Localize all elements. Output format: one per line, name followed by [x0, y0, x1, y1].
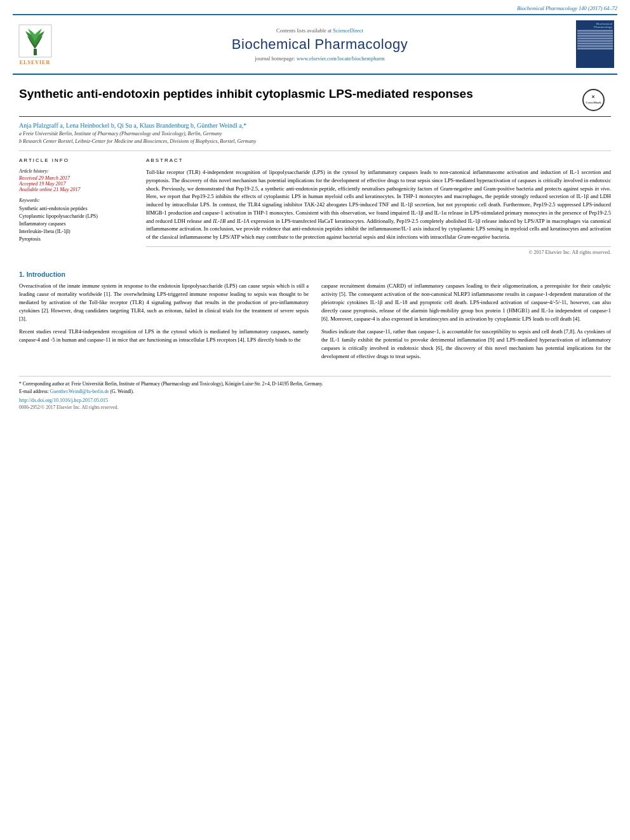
issn-line: 0006-2952/© 2017 Elsevier Inc. All right…: [19, 404, 611, 410]
article-info-column: ARTICLE INFO Article history: Received 2…: [19, 157, 133, 255]
authors-line: Anja Pfalzgraff a, Lena Heinbockel b, Qi…: [19, 122, 611, 129]
journal-homepage: journal homepage: www.elsevier.com/locat…: [64, 55, 576, 62]
affiliation-b: b Research Center Borstel, Leibniz-Cente…: [19, 138, 611, 144]
affiliation-a: a Freie Universität Berlin, Institute of…: [19, 131, 611, 137]
svg-rect-0: [34, 49, 37, 55]
keyword-3: Inflammatory caspases: [19, 220, 133, 228]
authors-section: Anja Pfalzgraff a, Lena Heinbockel b, Qi…: [19, 117, 611, 147]
article-title: Synthetic anti-endotoxin peptides inhibi…: [19, 86, 582, 102]
email-person: (G. Weindl).: [111, 389, 134, 394]
keyword-5: Pyroptosis: [19, 236, 133, 243]
keyword-1: Synthetic anti-endotoxin peptides: [19, 205, 133, 213]
homepage-url[interactable]: www.elsevier.com/locate/biochempharm: [297, 55, 385, 62]
footnote-section: * Corresponding author at: Freie Univers…: [19, 376, 611, 410]
keyword-2: Cytoplasmic lipopolysaccharide (LPS): [19, 213, 133, 220]
intro-section-title: 1. Introduction: [19, 270, 611, 278]
email-address[interactable]: Guenther.Weindl@fu-berlin.de: [50, 389, 109, 394]
sciencedirect-link[interactable]: ScienceDirect: [333, 27, 363, 34]
copyright-line: © 2017 Elsevier Inc. All rights reserved…: [146, 246, 611, 255]
journal-title: Biochemical Pharmacology: [64, 36, 576, 53]
abstract-text: Toll-like receptor (TLR) 4-independent r…: [146, 168, 611, 241]
article-info-header: ARTICLE INFO: [19, 157, 133, 163]
page: Biochemical Pharmacology 140 (2017) 64–7…: [0, 0, 630, 840]
body-para-1: Overactivation of the innate immune syst…: [19, 282, 309, 324]
body-para-2: Recent studies reveal TLR4-independent r…: [19, 328, 309, 344]
homepage-label: journal homepage:: [255, 55, 295, 62]
keywords-label: Keywords:: [19, 197, 133, 203]
cover-image: BiochemicalPharmacology: [576, 20, 614, 68]
footnote-corresponding: * Corresponding author at: Freie Univers…: [19, 380, 611, 387]
journal-title-area: Contents lists available at ScienceDirec…: [64, 27, 576, 62]
body-section: 1. Introduction Overactivation of the in…: [19, 262, 611, 371]
elsevier-label: ELSEVIER: [20, 60, 50, 65]
elsevier-tree-icon: [18, 23, 53, 58]
body-two-col: Overactivation of the innate immune syst…: [19, 282, 611, 365]
footnote-email: E-mail address: Guenther.Weindl@fu-berli…: [19, 388, 611, 395]
crossmark-label: ✕CrossMark: [586, 95, 601, 105]
body-left-column: Overactivation of the innate immune syst…: [19, 282, 309, 365]
crossmark-badge[interactable]: ✕CrossMark: [582, 89, 605, 111]
body-para-3: caspase recruitment domains (CARD) of in…: [321, 282, 611, 324]
journal-header: Biochemical Pharmacology 140 (2017) 64–7…: [0, 0, 630, 74]
history-label: Article history:: [19, 168, 133, 174]
received-date: Received 29 March 2017: [19, 175, 133, 181]
available-date: Available online 21 May 2017: [19, 187, 133, 192]
article-title-section: Synthetic anti-endotoxin peptides inhibi…: [19, 75, 611, 117]
email-label: E-mail address:: [19, 389, 49, 394]
sciencedirect-text: Contents lists available at: [276, 27, 332, 34]
article-area: Synthetic anti-endotoxin peptides inhibi…: [0, 75, 630, 410]
info-abstract-section: ARTICLE INFO Article history: Received 2…: [19, 150, 611, 262]
body-para-4: Studies indicate that caspase-11, rather…: [321, 328, 611, 361]
accepted-date: Accepted 19 May 2017: [19, 181, 133, 187]
keyword-4: Interleukin-1beta (IL-1β): [19, 228, 133, 236]
abstract-header: ABSTRACT: [146, 157, 611, 163]
doi-link[interactable]: http://dx.doi.org/10.1016/j.bcp.2017.05.…: [19, 397, 611, 403]
elsevier-logo: ELSEVIER: [13, 23, 64, 65]
journal-citation: Biochemical Pharmacology 140 (2017) 64–7…: [13, 5, 617, 14]
journal-cover: BiochemicalPharmacology: [576, 20, 617, 68]
sciencedirect-line: Contents lists available at ScienceDirec…: [64, 27, 576, 34]
header-content: ELSEVIER Contents lists available at Sci…: [13, 14, 617, 74]
body-right-column: caspase recruitment domains (CARD) of in…: [321, 282, 611, 365]
abstract-column: ABSTRACT Toll-like receptor (TLR) 4-inde…: [146, 157, 611, 255]
crossmark-area: ✕CrossMark: [582, 86, 611, 111]
